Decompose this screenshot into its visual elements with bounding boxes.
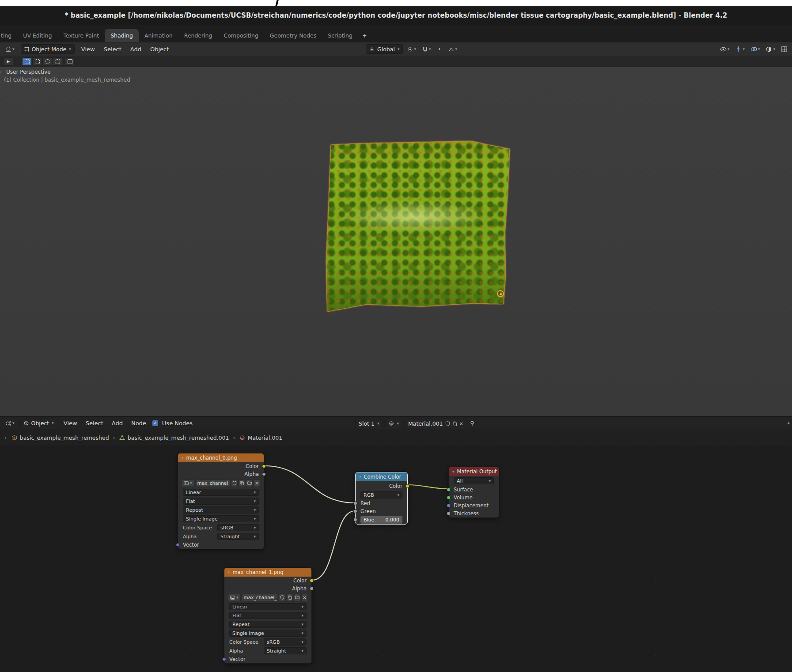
color-space-dropdown[interactable]: sRGB▾	[264, 638, 307, 646]
viewport-3d[interactable]: › User Perspective (1) Collection | basi…	[0, 67, 792, 416]
menu-select[interactable]: Select	[102, 45, 124, 53]
image-name-field[interactable]: max_channel_1...	[242, 594, 278, 601]
menu-object[interactable]: Object	[148, 45, 171, 53]
shader-menu-add[interactable]: Add	[110, 419, 125, 427]
editor-type-dropdown[interactable]: ▾	[4, 44, 16, 54]
alpha-output-socket[interactable]	[310, 587, 314, 591]
source-dropdown[interactable]: Single Image▾	[183, 515, 259, 522]
collapse-chevron-icon[interactable]: ▾	[359, 475, 361, 479]
shader-type-dropdown[interactable]: Object ▾	[20, 419, 57, 428]
displacement-input-socket[interactable]	[447, 504, 451, 508]
blue-input-socket[interactable]	[353, 518, 357, 522]
viewport-shading-dropdown[interactable]: ▾	[764, 44, 777, 54]
copy-material-icon[interactable]	[452, 421, 457, 426]
collapse-chevron-icon[interactable]: ▾	[182, 456, 184, 460]
tool-select-circle[interactable]	[42, 57, 52, 66]
alpha-output-socket[interactable]	[262, 472, 266, 476]
mesh-object[interactable]	[326, 141, 510, 313]
blue-value-field[interactable]: Blue 0.000	[360, 516, 402, 524]
link-image0-to-red[interactable]	[264, 466, 355, 503]
copy-image-button[interactable]	[286, 594, 293, 601]
unlink-image-button[interactable]: ×	[254, 479, 260, 487]
playback-button[interactable]: ▶	[4, 57, 13, 66]
projection-dropdown[interactable]: Flat▾	[229, 612, 307, 619]
tool-select-tweak[interactable]	[22, 57, 32, 66]
tool-select-box[interactable]	[32, 57, 42, 66]
image-name-field[interactable]: max_channel_0...	[195, 479, 230, 487]
transform-orientation-dropdown[interactable]: Global ▾	[366, 44, 403, 54]
node-combine-color[interactable]: ▾ Combine Color Color RGB▾ Red Green Blu…	[355, 472, 408, 525]
shader-editor-type-dropdown[interactable]: ▾	[4, 419, 16, 428]
color-output-socket[interactable]	[262, 464, 266, 468]
workspace-tab-shading[interactable]: Shading	[105, 29, 139, 42]
use-nodes-checkbox[interactable]: ✓	[152, 420, 158, 426]
show-gizmos-dropdown[interactable]: ▾	[733, 44, 747, 54]
snap-toggle[interactable]: ▾	[421, 44, 433, 54]
fake-user-shield-icon[interactable]	[445, 421, 450, 426]
tool-cursor[interactable]	[65, 57, 75, 66]
interpolation-dropdown[interactable]: Linear▾	[229, 603, 307, 610]
shader-menu-view[interactable]: View	[61, 419, 80, 427]
tool-select-lasso[interactable]	[53, 57, 62, 66]
collapse-chevron-icon[interactable]: ▾	[228, 570, 230, 574]
material-name-field[interactable]: Material.001 ×	[405, 419, 466, 428]
region-toggle-icon[interactable]: ▴	[787, 420, 790, 426]
extension-dropdown[interactable]: Repeat▾	[229, 621, 307, 628]
node-header[interactable]: ▾ Material Output	[449, 467, 499, 476]
shader-node-editor[interactable]: ▾ max_channel_0.png Color Alpha ▾ max_ch…	[0, 445, 792, 672]
open-image-button[interactable]	[246, 479, 253, 487]
unlink-image-button[interactable]: ×	[301, 594, 308, 601]
surface-input-socket[interactable]	[447, 488, 451, 492]
shader-menu-select[interactable]: Select	[83, 419, 106, 427]
pin-icon[interactable]	[469, 420, 475, 427]
workspace-tab-geometry-nodes[interactable]: Geometry Nodes	[264, 29, 322, 42]
snap-target-dropdown[interactable]: ▾	[405, 44, 418, 54]
collapse-chevron-icon[interactable]: ▾	[452, 470, 455, 474]
output-target-dropdown[interactable]: All▾	[454, 477, 494, 484]
unlink-material-icon[interactable]: ×	[459, 421, 463, 426]
menu-add[interactable]: Add	[128, 45, 144, 53]
workspace-tab-uv-editing[interactable]: UV Editing	[17, 29, 57, 42]
source-dropdown[interactable]: Single Image▾	[229, 630, 307, 637]
combine-mode-dropdown[interactable]: RGB▾	[360, 491, 402, 498]
node-image-texture-0[interactable]: ▾ max_channel_0.png Color Alpha ▾ max_ch…	[178, 453, 264, 549]
proportional-edit-toggle[interactable]	[435, 44, 444, 54]
red-input-socket[interactable]	[353, 502, 357, 506]
workspace-tab-clipped[interactable]: ting	[0, 29, 17, 42]
workspace-tab-scripting[interactable]: Scripting	[322, 29, 358, 42]
breadcrumb-mesh-data[interactable]: basic_example_mesh_remeshed.001	[119, 434, 229, 441]
node-header[interactable]: ▾ max_channel_1.png	[224, 568, 311, 577]
fake-user-button[interactable]	[231, 479, 238, 487]
browse-material-dropdown[interactable]: ▾	[385, 419, 402, 428]
object-visibility-dropdown[interactable]: ▾	[718, 44, 731, 54]
open-image-button[interactable]	[294, 594, 300, 601]
browse-image-button[interactable]: ▾	[182, 479, 194, 487]
projection-dropdown[interactable]: Flat▾	[183, 498, 259, 505]
volume-input-socket[interactable]	[447, 496, 451, 500]
node-image-texture-1[interactable]: ▾ max_channel_1.png Color Alpha ▾ max_ch…	[224, 567, 312, 664]
green-input-socket[interactable]	[353, 510, 357, 513]
link-combine-to-surface[interactable]	[408, 485, 448, 489]
show-overlays-dropdown[interactable]: ▾	[749, 44, 762, 54]
interpolation-dropdown[interactable]: Linear▾	[183, 489, 259, 496]
fake-user-button[interactable]	[279, 594, 285, 601]
copy-image-button[interactable]	[239, 479, 245, 487]
workspace-tab-texture-paint[interactable]: Texture Paint	[57, 29, 105, 42]
node-header[interactable]: ▾ max_channel_0.png	[178, 453, 264, 462]
thickness-input-socket[interactable]	[447, 512, 451, 516]
node-header[interactable]: ▾ Combine Color	[356, 472, 407, 481]
proportional-falloff-dropdown[interactable]: ▾	[447, 44, 459, 54]
vector-input-socket[interactable]	[222, 657, 226, 661]
node-material-output[interactable]: ▾ Material Output All▾ Surface Volume Di…	[448, 467, 499, 518]
alpha-mode-dropdown[interactable]: Straight▾	[264, 647, 307, 654]
workspace-tab-compositing[interactable]: Compositing	[218, 29, 264, 42]
shader-menu-node[interactable]: Node	[129, 419, 148, 427]
workspace-tab-rendering[interactable]: Rendering	[178, 29, 218, 42]
breadcrumb-material[interactable]: Material.001	[239, 434, 283, 441]
extension-dropdown[interactable]: Repeat▾	[183, 506, 259, 513]
breadcrumb-object[interactable]: basic_example_mesh_remeshed	[11, 434, 109, 441]
alpha-mode-dropdown[interactable]: Straight▾	[217, 533, 259, 540]
object-origin-gizmo[interactable]	[497, 290, 504, 297]
color-output-socket[interactable]	[310, 579, 314, 583]
color-space-dropdown[interactable]: sRGB▾	[217, 524, 259, 531]
